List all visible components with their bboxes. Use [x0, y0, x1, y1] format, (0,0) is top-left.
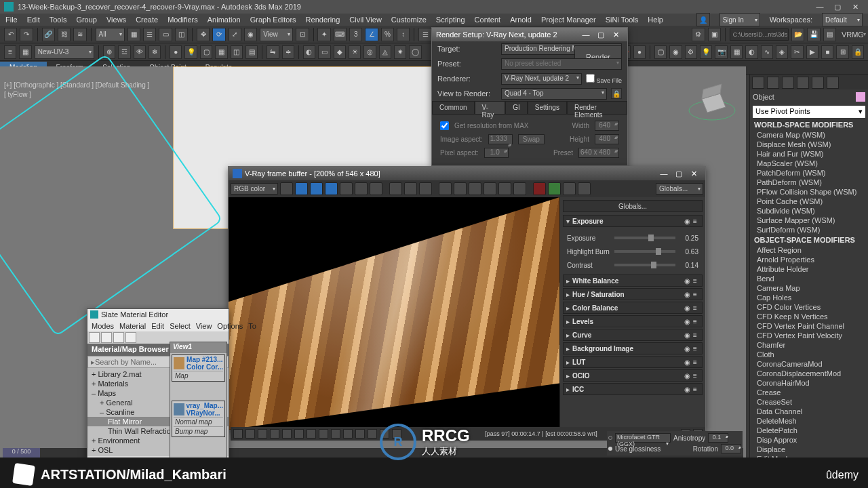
vfb-mono-icon[interactable]	[325, 182, 338, 195]
rs-tab-vray[interactable]: V-Ray	[475, 101, 506, 114]
utilities-tab-icon[interactable]	[827, 77, 839, 89]
mod-item[interactable]: DeletePatch	[750, 426, 868, 435]
mod-item[interactable]: Hair and Fur (WSM)	[750, 149, 868, 159]
mod-item[interactable]: Surface Mapper (WSM)	[750, 216, 868, 225]
project-path[interactable]: C:\Users\D...nts\3dsMax	[730, 28, 789, 41]
mod-item[interactable]: Camera Map (WSM)	[750, 130, 868, 140]
status-btn[interactable]	[294, 429, 304, 439]
menu-sini[interactable]: SiNi Tools	[606, 16, 639, 24]
dome-icon[interactable]: ◐	[303, 45, 315, 59]
display-tab-icon[interactable]	[812, 77, 824, 89]
vfb-track-icon[interactable]	[454, 182, 467, 195]
vr-region-icon[interactable]: ⊞	[836, 45, 848, 59]
node-port[interactable]: Normal map	[174, 417, 223, 426]
lut-header[interactable]: ▸LUT◉≡	[563, 356, 703, 368]
exp-value[interactable]: 0.25	[675, 235, 698, 242]
render-region-icon[interactable]: ▢	[200, 45, 212, 59]
manipulate-icon[interactable]: ✦	[317, 28, 330, 41]
ies-icon[interactable]: ◎	[363, 45, 376, 59]
bg-header[interactable]: ▸Background Image◉≡	[563, 342, 703, 354]
rotate-icon[interactable]: ⟳	[212, 28, 225, 41]
slate-menu-select[interactable]: Select	[170, 322, 191, 330]
modifier-list[interactable]: WORLD-SPACE MODIFIERS Camera Map (WSM) D…	[750, 119, 868, 458]
status-btn[interactable]	[270, 429, 279, 439]
rs-close-button[interactable]: ✕	[608, 30, 623, 39]
vr-ipr-icon[interactable]: ▶	[806, 45, 818, 59]
vfb-info-icon[interactable]	[513, 182, 526, 195]
schematic-icon[interactable]: ◫	[231, 45, 243, 59]
aniso-field[interactable]: 0.1	[708, 433, 728, 443]
sphere-icon[interactable]: ●	[170, 45, 182, 59]
vfb-zoom-icon[interactable]	[484, 182, 496, 195]
vr-dome-icon[interactable]: ◐	[745, 45, 757, 59]
menu-help[interactable]: Help	[648, 16, 663, 24]
vfb-min-button[interactable]: —	[656, 169, 671, 178]
object-color-swatch[interactable]	[856, 92, 865, 102]
mod-item[interactable]: Disp Approx	[750, 435, 868, 445]
select-name-icon[interactable]: ☰	[143, 28, 156, 41]
status-btn[interactable]	[343, 429, 353, 439]
rs-tab-gi[interactable]: GI	[505, 101, 528, 114]
rs-view-dropdown[interactable]: Quad 4 - Top	[501, 88, 607, 100]
sphere2-icon[interactable]: ●	[633, 45, 646, 59]
slate-pick-icon[interactable]	[89, 332, 100, 343]
time-slider[interactable]: 0 / 500	[3, 448, 40, 458]
mesh-light-icon[interactable]: ◬	[379, 45, 391, 59]
con-value[interactable]: 0.14	[675, 262, 698, 269]
hb-value[interactable]: 0.63	[675, 248, 698, 256]
status-btn[interactable]	[331, 429, 340, 439]
status-btn[interactable]	[319, 429, 328, 439]
percent-snap-icon[interactable]: %	[381, 28, 394, 41]
sun-icon[interactable]: ☀	[349, 45, 361, 59]
mod-item[interactable]: CoronaCameraMod	[750, 359, 868, 369]
menu-edit[interactable]: Edit	[27, 16, 40, 24]
mod-item[interactable]: CoronaHairMod	[750, 378, 868, 388]
vfb-globals-btn[interactable]: Globals...	[563, 200, 703, 212]
move-icon[interactable]: ✥	[197, 28, 210, 41]
layer-dropdown[interactable]: New-UV-3	[35, 45, 94, 59]
status-btn[interactable]	[368, 429, 377, 439]
rotation-field[interactable]: 0.0	[721, 444, 741, 453]
ambient-icon[interactable]: ◯	[409, 45, 421, 59]
vr-stop-icon[interactable]: ■	[821, 45, 833, 59]
icc-header[interactable]: ▸ICC◉≡	[563, 383, 703, 395]
vfb-history-icon[interactable]	[404, 182, 417, 195]
select-object-icon[interactable]: ▦	[127, 28, 140, 41]
mod-item[interactable]: Attribute Holder	[750, 264, 868, 274]
coordsys-dropdown[interactable]: View	[260, 28, 293, 41]
rs-minimize-button[interactable]: —	[578, 30, 593, 39]
keyboard-icon[interactable]: ⌨	[334, 28, 347, 41]
node-port[interactable]: Bump map	[174, 426, 223, 436]
slate-menu-tools[interactable]: To	[248, 322, 256, 330]
mod-item[interactable]: CoronaDisplacementMod	[750, 369, 868, 378]
vr-mat-icon[interactable]: ▦	[730, 45, 743, 59]
vfb-start-icon[interactable]	[548, 182, 561, 195]
modify-tab-icon[interactable]	[767, 77, 779, 89]
status-btn[interactable]	[258, 429, 267, 439]
exposure-reset[interactable]: ≡	[691, 218, 699, 225]
vr-lock-icon[interactable]: 🔒	[852, 45, 864, 59]
node-port[interactable]: Map	[174, 371, 223, 380]
rs-width-field[interactable]: 640	[595, 121, 619, 131]
vfb-lock-icon[interactable]	[578, 182, 591, 195]
create-tab-icon[interactable]	[752, 77, 764, 89]
mod-item[interactable]: Bend	[750, 274, 868, 283]
slate-menu-options[interactable]: Options	[217, 322, 243, 330]
layer-freeze-icon[interactable]: ❄	[149, 45, 161, 59]
listener-icon[interactable]: ▤	[245, 45, 258, 59]
layer-hide-icon[interactable]: 👁	[134, 45, 146, 59]
asset-icon[interactable]: ▤	[823, 28, 836, 41]
con-slider[interactable]	[614, 264, 675, 266]
menu-arnold[interactable]: Arnold	[510, 16, 532, 24]
brdf-radio[interactable]	[608, 436, 612, 440]
rs-preset2-field[interactable]: 640 x 480	[578, 148, 619, 158]
viewcube[interactable]	[685, 73, 739, 127]
pivot-center-icon[interactable]: ⊡	[296, 28, 309, 41]
viewport-label[interactable]: [+] [Orthographic ] [Standard ] [Default…	[4, 81, 149, 89]
slate-menu-modes[interactable]: Modes	[92, 322, 114, 330]
filter-all-dropdown[interactable]: All	[96, 28, 125, 41]
window-crossing-icon[interactable]: ◫	[175, 28, 188, 41]
mod-item[interactable]: SurfDeform (WSM)	[750, 225, 868, 235]
undo-icon[interactable]: ↶	[4, 28, 17, 41]
mod-item[interactable]: Displace Mesh (WSM)	[750, 140, 868, 149]
